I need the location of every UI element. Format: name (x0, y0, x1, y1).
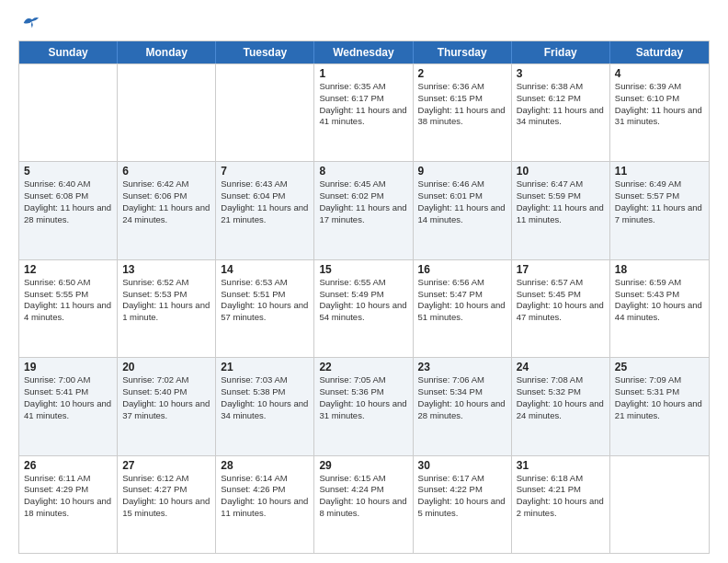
day-info: Sunrise: 7:09 AMSunset: 5:31 PMDaylight:… (615, 374, 704, 421)
logo-bird-icon (20, 13, 40, 33)
day-info: Sunrise: 6:43 AMSunset: 6:04 PMDaylight:… (221, 178, 309, 225)
calendar-week-3: 12Sunrise: 6:50 AMSunset: 5:55 PMDayligh… (19, 259, 709, 357)
header-day-friday: Friday (512, 41, 610, 63)
day-info: Sunrise: 6:45 AMSunset: 6:02 PMDaylight:… (319, 178, 407, 225)
day-number: 6 (122, 165, 210, 178)
calendar-cell: 7Sunrise: 6:43 AMSunset: 6:04 PMDaylight… (216, 162, 314, 259)
header-day-saturday: Saturday (610, 41, 709, 63)
header-day-wednesday: Wednesday (314, 41, 413, 63)
header-day-monday: Monday (118, 41, 216, 63)
page: SundayMondayTuesdayWednesdayThursdayFrid… (0, 0, 728, 563)
calendar-cell: 30Sunrise: 6:17 AMSunset: 4:22 PMDayligh… (414, 456, 512, 553)
calendar-cell: 8Sunrise: 6:45 AMSunset: 6:02 PMDaylight… (314, 162, 413, 259)
day-number: 26 (24, 459, 112, 472)
calendar-cell: 2Sunrise: 6:36 AMSunset: 6:15 PMDaylight… (414, 64, 512, 161)
day-number: 4 (615, 67, 704, 80)
calendar: SundayMondayTuesdayWednesdayThursdayFrid… (18, 40, 710, 554)
day-info: Sunrise: 6:52 AMSunset: 5:53 PMDaylight:… (122, 277, 210, 324)
calendar-cell: 20Sunrise: 7:02 AMSunset: 5:40 PMDayligh… (118, 358, 216, 454)
day-info: Sunrise: 6:11 AMSunset: 4:29 PMDaylight:… (24, 473, 112, 520)
calendar-cell (118, 64, 216, 161)
day-number: 3 (517, 67, 605, 80)
day-number: 17 (517, 263, 605, 276)
day-number: 14 (221, 263, 309, 276)
calendar-cell: 11Sunrise: 6:49 AMSunset: 5:57 PMDayligh… (610, 162, 709, 259)
day-number: 9 (418, 165, 506, 178)
calendar-cell: 26Sunrise: 6:11 AMSunset: 4:29 PMDayligh… (19, 456, 118, 553)
day-number: 13 (122, 263, 210, 276)
day-number: 8 (319, 165, 407, 178)
day-number: 11 (615, 165, 704, 178)
day-info: Sunrise: 6:46 AMSunset: 6:01 PMDaylight:… (418, 178, 506, 225)
calendar-cell: 15Sunrise: 6:55 AMSunset: 5:49 PMDayligh… (314, 260, 413, 357)
calendar-cell: 1Sunrise: 6:35 AMSunset: 6:17 PMDaylight… (314, 64, 413, 161)
day-info: Sunrise: 6:38 AMSunset: 6:12 PMDaylight:… (517, 81, 605, 128)
calendar-cell: 10Sunrise: 6:47 AMSunset: 5:59 PMDayligh… (512, 162, 610, 259)
calendar-cell: 29Sunrise: 6:15 AMSunset: 4:24 PMDayligh… (314, 456, 413, 553)
calendar-cell: 13Sunrise: 6:52 AMSunset: 5:53 PMDayligh… (118, 260, 216, 357)
day-info: Sunrise: 6:18 AMSunset: 4:21 PMDaylight:… (517, 473, 605, 520)
day-number: 19 (24, 361, 112, 373)
day-info: Sunrise: 6:56 AMSunset: 5:47 PMDaylight:… (418, 277, 506, 324)
calendar-week-4: 19Sunrise: 7:00 AMSunset: 5:41 PMDayligh… (19, 357, 709, 454)
day-info: Sunrise: 6:35 AMSunset: 6:17 PMDaylight:… (319, 81, 407, 128)
day-info: Sunrise: 6:55 AMSunset: 5:49 PMDaylight:… (319, 277, 407, 324)
calendar-cell: 23Sunrise: 7:06 AMSunset: 5:34 PMDayligh… (414, 358, 512, 454)
day-number: 28 (221, 459, 309, 472)
day-number: 30 (418, 459, 506, 472)
calendar-week-5: 26Sunrise: 6:11 AMSunset: 4:29 PMDayligh… (19, 455, 709, 553)
day-info: Sunrise: 7:00 AMSunset: 5:41 PMDaylight:… (24, 374, 112, 421)
day-number: 31 (517, 459, 605, 472)
day-info: Sunrise: 7:05 AMSunset: 5:36 PMDaylight:… (319, 374, 407, 421)
day-info: Sunrise: 6:57 AMSunset: 5:45 PMDaylight:… (517, 277, 605, 324)
calendar-cell: 24Sunrise: 7:08 AMSunset: 5:32 PMDayligh… (512, 358, 610, 454)
day-number: 20 (122, 361, 210, 373)
calendar-cell (19, 64, 118, 161)
calendar-cell: 31Sunrise: 6:18 AMSunset: 4:21 PMDayligh… (512, 456, 610, 553)
day-info: Sunrise: 6:49 AMSunset: 5:57 PMDaylight:… (615, 178, 704, 225)
calendar-body: 1Sunrise: 6:35 AMSunset: 6:17 PMDaylight… (19, 63, 709, 553)
day-number: 16 (418, 263, 506, 276)
logo (18, 15, 40, 31)
day-info: Sunrise: 6:47 AMSunset: 5:59 PMDaylight:… (517, 178, 605, 225)
calendar-week-1: 1Sunrise: 6:35 AMSunset: 6:17 PMDaylight… (19, 63, 709, 161)
calendar-header: SundayMondayTuesdayWednesdayThursdayFrid… (19, 41, 709, 63)
calendar-week-2: 5Sunrise: 6:40 AMSunset: 6:08 PMDaylight… (19, 161, 709, 259)
day-number: 1 (319, 67, 407, 80)
header-day-sunday: Sunday (19, 41, 118, 63)
calendar-cell: 28Sunrise: 6:14 AMSunset: 4:26 PMDayligh… (216, 456, 314, 553)
calendar-cell: 27Sunrise: 6:12 AMSunset: 4:27 PMDayligh… (118, 456, 216, 553)
header (18, 15, 710, 31)
day-number: 12 (24, 263, 112, 276)
calendar-cell: 17Sunrise: 6:57 AMSunset: 5:45 PMDayligh… (512, 260, 610, 357)
day-info: Sunrise: 6:36 AMSunset: 6:15 PMDaylight:… (418, 81, 506, 128)
day-info: Sunrise: 6:17 AMSunset: 4:22 PMDaylight:… (418, 473, 506, 520)
day-number: 10 (517, 165, 605, 178)
calendar-cell (610, 456, 709, 553)
calendar-cell: 16Sunrise: 6:56 AMSunset: 5:47 PMDayligh… (414, 260, 512, 357)
day-number: 23 (418, 361, 506, 373)
day-info: Sunrise: 6:39 AMSunset: 6:10 PMDaylight:… (615, 81, 704, 128)
calendar-cell: 18Sunrise: 6:59 AMSunset: 5:43 PMDayligh… (610, 260, 709, 357)
calendar-cell: 12Sunrise: 6:50 AMSunset: 5:55 PMDayligh… (19, 260, 118, 357)
day-info: Sunrise: 7:06 AMSunset: 5:34 PMDaylight:… (418, 374, 506, 421)
day-info: Sunrise: 6:12 AMSunset: 4:27 PMDaylight:… (122, 473, 210, 520)
header-day-thursday: Thursday (414, 41, 512, 63)
day-info: Sunrise: 6:50 AMSunset: 5:55 PMDaylight:… (24, 277, 112, 324)
day-number: 5 (24, 165, 112, 178)
day-info: Sunrise: 6:14 AMSunset: 4:26 PMDaylight:… (221, 473, 309, 520)
day-number: 25 (615, 361, 704, 373)
day-info: Sunrise: 6:40 AMSunset: 6:08 PMDaylight:… (24, 178, 112, 225)
day-info: Sunrise: 7:03 AMSunset: 5:38 PMDaylight:… (221, 374, 309, 421)
day-info: Sunrise: 6:15 AMSunset: 4:24 PMDaylight:… (319, 473, 407, 520)
day-info: Sunrise: 6:53 AMSunset: 5:51 PMDaylight:… (221, 277, 309, 324)
calendar-cell: 21Sunrise: 7:03 AMSunset: 5:38 PMDayligh… (216, 358, 314, 454)
calendar-cell: 19Sunrise: 7:00 AMSunset: 5:41 PMDayligh… (19, 358, 118, 454)
day-number: 24 (517, 361, 605, 373)
calendar-cell (216, 64, 314, 161)
day-number: 7 (221, 165, 309, 178)
day-info: Sunrise: 6:42 AMSunset: 6:06 PMDaylight:… (122, 178, 210, 225)
day-number: 29 (319, 459, 407, 472)
calendar-cell: 3Sunrise: 6:38 AMSunset: 6:12 PMDaylight… (512, 64, 610, 161)
day-info: Sunrise: 7:02 AMSunset: 5:40 PMDaylight:… (122, 374, 210, 421)
